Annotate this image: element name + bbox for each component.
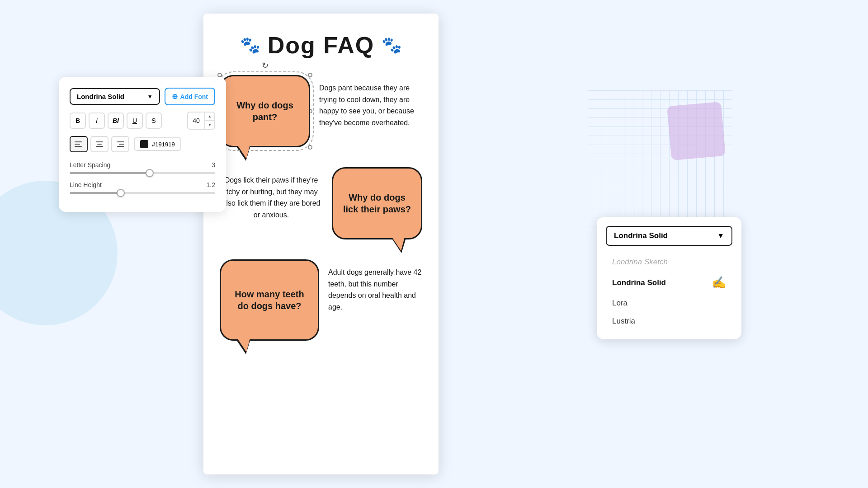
answer-text-3: Adult dogs generally have 42 teeth, but … [328,259,422,313]
chevron-down-icon-panel: ▼ [717,232,724,240]
doc-title-row: 🐾 Dog FAQ 🐾 [220,32,422,59]
letter-spacing-label: Letter Spacing [70,161,110,169]
font-dropdown[interactable]: Londrina Solid ▼ [70,88,160,105]
question-bubble-1[interactable]: Why do dogs pant? [220,75,310,147]
font-size-up[interactable]: ▲ [205,113,214,121]
selected-bubble-wrapper[interactable]: ↻ Why do dogs pant? [220,75,310,147]
add-font-label: Add Font [180,93,208,100]
handle-tr[interactable] [308,73,312,77]
letter-spacing-value: 3 [212,161,215,169]
bold-button[interactable]: B [70,113,86,129]
question-text-2: Why do dogs lick their paws? [341,192,413,215]
align-left-button[interactable] [70,136,88,152]
text-editor-panel: Londrina Solid ▼ ⊕ Add Font B I BI U S 4… [59,77,226,212]
font-panel-selected-label: Londrina Solid [614,231,668,240]
underline-button[interactable]: U [127,113,143,129]
italic-button[interactable]: I [89,113,105,129]
faq-item-2: Why do dogs lick their paws? Dogs lick t… [220,167,422,239]
plus-circle-icon: ⊕ [172,92,178,101]
letter-spacing-track[interactable] [70,172,215,174]
letter-spacing-fill [70,172,150,174]
add-font-button[interactable]: ⊕ Add Font [165,88,215,105]
color-picker-control[interactable]: #191919 [134,137,181,151]
line-height-track[interactable] [70,192,215,194]
letter-spacing-label-row: Letter Spacing 3 [70,161,215,169]
font-option-label-lustria: Lustria [612,317,635,326]
question-text-3: How many teeth do dogs have? [229,288,310,312]
color-hex-label: #191919 [152,141,175,148]
line-height-label: Line Height [70,181,102,188]
rotate-handle[interactable]: ↻ [262,61,269,70]
align-center-icon [95,141,104,147]
faq-item-1: ↻ Why do dogs pant? Dogs pant because th… [220,75,422,147]
line-height-section: Line Height 1.2 [70,181,215,194]
strikethrough-button[interactable]: S [146,113,162,129]
letter-spacing-thumb[interactable] [146,169,154,177]
color-swatch [140,140,148,148]
font-option-londrina-sketch[interactable]: Londrina Sketch [606,253,732,271]
font-option-label-solid: Londrina Solid [612,278,666,287]
align-color-row: #191919 [70,136,215,152]
font-dropdown-panel: Londrina Solid ▼ Londrina Sketch Londrin… [597,217,741,339]
cursor-hand-icon: ✍ [712,276,726,290]
font-size-control: 40 ▲ ▼ [187,112,215,130]
faq-item-3: How many teeth do dogs have? Adult dogs … [220,259,422,341]
align-right-icon [116,141,124,147]
question-text-1: Why do dogs pant? [229,99,301,123]
align-center-button[interactable] [90,136,108,152]
font-size-down[interactable]: ▼ [205,121,214,129]
font-option-lora[interactable]: Lora [606,294,732,312]
font-option-label-sketch: Londrina Sketch [612,258,668,267]
font-panel-header[interactable]: Londrina Solid ▼ [606,226,732,246]
font-size-value: 40 [188,117,204,124]
bold-italic-button[interactable]: BI [108,113,124,129]
paw-right-icon: 🐾 [382,36,402,55]
line-height-label-row: Line Height 1.2 [70,181,215,188]
answer-text-2: Dogs lick their paws if they're itchy or… [220,167,323,221]
chevron-down-icon: ▼ [147,94,153,100]
question-bubble-3[interactable]: How many teeth do dogs have? [220,259,319,341]
line-height-fill [70,192,121,194]
answer-text-1: Dogs pant because they are trying to coo… [319,75,422,128]
formatting-row: B I BI U S 40 ▲ ▼ [70,112,215,130]
bg-purple-square [667,102,726,160]
doc-title: Dog FAQ [268,32,374,59]
font-option-lustria[interactable]: Lustria [606,312,732,330]
font-selector-row: Londrina Solid ▼ ⊕ Add Font [70,88,215,105]
font-size-arrows: ▲ ▼ [204,113,214,129]
font-dropdown-label: Londrina Solid [77,93,124,100]
font-option-label-lora: Lora [612,299,627,308]
font-option-londrina-solid[interactable]: Londrina Solid ✍ [606,271,732,294]
align-left-icon [75,141,83,147]
align-right-button[interactable] [111,136,129,152]
line-height-value: 1.2 [207,181,215,188]
paw-left-icon: 🐾 [240,36,260,55]
document-panel: 🐾 Dog FAQ 🐾 ↻ Why do dogs pant? Dogs pan… [203,14,439,474]
question-bubble-2[interactable]: Why do dogs lick their paws? [332,167,422,239]
handle-br[interactable] [308,145,312,150]
line-height-thumb[interactable] [117,189,125,197]
letter-spacing-section: Letter Spacing 3 [70,161,215,174]
